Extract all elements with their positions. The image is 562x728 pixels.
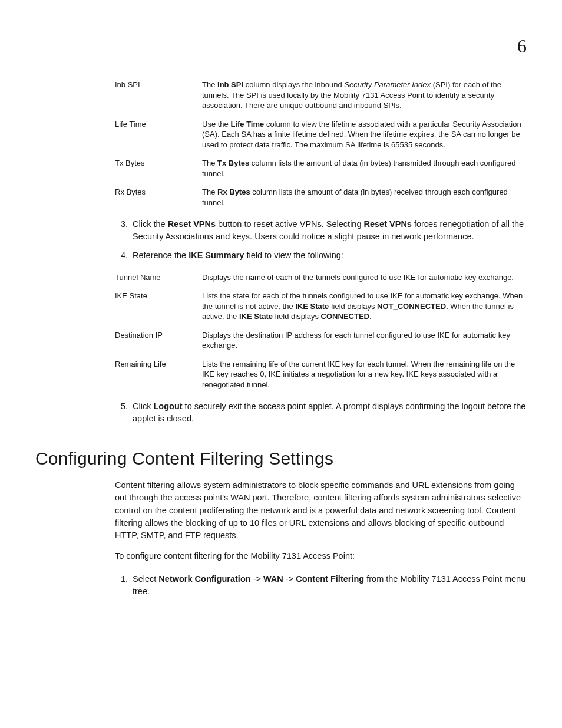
document-page: 6 Inb SPIThe Inb SPI column displays the… <box>0 0 562 728</box>
sa-field-term: Rx Bytes <box>115 187 202 197</box>
sa-field-row: Inb SPIThe Inb SPI column displays the i… <box>115 80 527 111</box>
sa-field-row: Tx BytesThe Tx Bytes column lists the am… <box>115 158 527 179</box>
sa-field-description: The Inb SPI column displays the inbound … <box>202 80 527 111</box>
ike-field-term: Remaining Life <box>115 359 202 370</box>
sa-field-term: Tx Bytes <box>115 158 202 169</box>
step-item: Reference the IKE Summary field to view … <box>130 249 527 262</box>
steps-list-c: Select Network Configuration -> WAN -> C… <box>115 573 527 598</box>
section-heading: Configuring Content Filtering Settings <box>35 449 527 469</box>
sa-field-description: The Rx Bytes column lists the amount of … <box>202 187 527 207</box>
sa-field-term: Inb SPI <box>115 80 202 90</box>
intro-paragraph-2: To configure content filtering for the M… <box>115 550 527 562</box>
step-item: Click Logout to securely exit the access… <box>130 400 527 425</box>
steps-list-b: Click Logout to securely exit the access… <box>115 400 527 425</box>
ike-field-description: Displays the name of each of the tunnels… <box>202 272 527 283</box>
sa-fields-block: Inb SPIThe Inb SPI column displays the i… <box>115 80 527 425</box>
ike-field-row: Remaining LifeLists the remaining life o… <box>115 359 527 390</box>
ike-field-description: Lists the remaining life of the current … <box>202 359 527 390</box>
ike-field-description: Displays the destination IP address for … <box>202 330 527 351</box>
steps-list-a: Click the Reset VPNs button to reset act… <box>115 218 527 261</box>
sa-field-description: Use the Life Time column to view the lif… <box>202 119 527 150</box>
ike-field-row: Tunnel NameDisplays the name of each of … <box>115 272 527 283</box>
step-item: Click the Reset VPNs button to reset act… <box>130 218 527 243</box>
sa-field-row: Life TimeUse the Life Time column to vie… <box>115 119 527 150</box>
sa-field-description: The Tx Bytes column lists the amount of … <box>202 158 527 179</box>
ike-field-term: Tunnel Name <box>115 272 202 283</box>
ike-field-term: IKE State <box>115 291 202 301</box>
ike-field-row: IKE StateLists the state for each of the… <box>115 291 527 322</box>
intro-paragraph: Content filtering allows system administ… <box>115 479 527 541</box>
page-number: 6 <box>517 35 527 57</box>
sa-field-term: Life Time <box>115 119 202 130</box>
ike-field-description: Lists the state for each of the tunnels … <box>202 291 527 322</box>
step-item: Select Network Configuration -> WAN -> C… <box>130 573 527 598</box>
ike-field-term: Destination IP <box>115 330 202 341</box>
sa-field-row: Rx BytesThe Rx Bytes column lists the am… <box>115 187 527 207</box>
ike-field-row: Destination IPDisplays the destination I… <box>115 330 527 351</box>
